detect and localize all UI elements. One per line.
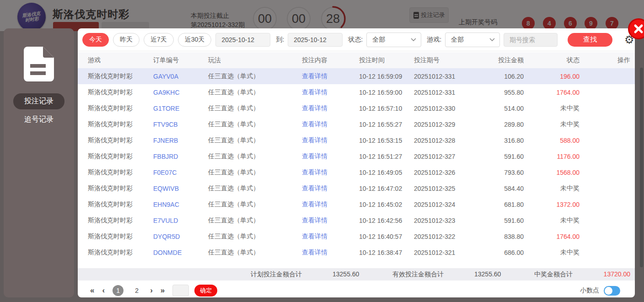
cell-status: 196.00	[524, 73, 580, 80]
page-jump-input[interactable]	[172, 285, 189, 297]
cell-period: 20251012-321	[414, 249, 480, 256]
cell-period: 20251012-329	[414, 121, 480, 128]
game-filter-label: 游戏:	[427, 36, 441, 44]
cell-time: 10-12 16:59:09	[359, 73, 414, 80]
period-search-input[interactable]	[504, 33, 558, 47]
range-7days-button[interactable]: 近7天	[144, 33, 174, 47]
cell-time: 10-12 16:59:00	[359, 89, 414, 96]
cell-game: 斯洛伐克时时彩	[88, 136, 153, 145]
decimal-toggle-switch[interactable]	[604, 286, 620, 296]
cell-time: 10-12 16:55:27	[359, 121, 414, 128]
date-to-input[interactable]: 2025-10-12	[288, 33, 343, 47]
range-30days-button[interactable]: 近30天	[178, 33, 212, 47]
sidebar-item-chase-records[interactable]: 追号记录	[13, 112, 64, 128]
cell-status: 未中奖	[524, 248, 580, 257]
record-row: 斯洛伐克时时彩 FBBJRD 任三直选（单式） 查看详情 10-12 16:51…	[78, 148, 635, 164]
cell-order-link[interactable]: DYQR5D	[153, 233, 208, 240]
filter-bar: 今天 昨天 近7天 近30天 2025-10-12 到: 2025-10-12 …	[78, 28, 635, 51]
page-jump-confirm-button[interactable]: 确定	[194, 285, 217, 297]
cell-order-link[interactable]: DONMDE	[153, 249, 208, 256]
cell-time: 10-12 16:49:05	[359, 169, 414, 176]
cell-view-detail-link[interactable]: 查看详情	[302, 88, 359, 97]
cell-play: 任三直选（单式）	[208, 120, 302, 129]
cell-order-link[interactable]: EHN9AC	[153, 201, 208, 208]
cell-play: 任三直选（单式）	[208, 248, 302, 257]
cell-play: 任三直选（单式）	[208, 184, 302, 193]
search-button[interactable]: 查找	[568, 33, 612, 47]
cell-order-link[interactable]: G1TORE	[153, 105, 208, 112]
pagination-bar: « ‹ 1 2 › » 确定 小数点	[78, 283, 635, 298]
last-page-button[interactable]: »	[161, 286, 165, 295]
cell-view-detail-link[interactable]: 查看详情	[302, 104, 359, 113]
cell-amount: 591.60	[480, 153, 524, 160]
cell-view-detail-link[interactable]: 查看详情	[302, 120, 359, 129]
cell-view-detail-link[interactable]: 查看详情	[302, 184, 359, 193]
cell-order-link[interactable]: E7VULD	[153, 217, 208, 224]
cell-play: 任三直选（单式）	[208, 104, 302, 113]
range-yesterday-button[interactable]: 昨天	[113, 33, 140, 47]
cell-period: 20251012-331	[414, 73, 480, 80]
prev-page-button[interactable]: ‹	[102, 286, 105, 295]
cell-status: 1372.00	[524, 201, 580, 208]
first-page-button[interactable]: «	[90, 286, 94, 295]
cell-view-detail-link[interactable]: 查看详情	[302, 232, 359, 241]
cell-view-detail-link[interactable]: 查看详情	[302, 136, 359, 145]
game-select-value: 全部	[451, 36, 464, 44]
cell-view-detail-link[interactable]: 查看详情	[302, 152, 359, 161]
cell-status: 1764.00	[524, 233, 580, 240]
cell-game: 斯洛伐克时时彩	[88, 120, 153, 129]
record-row: 斯洛伐克时时彩 GAYV0A 任三直选（单式） 查看详情 10-12 16:59…	[78, 68, 635, 84]
range-today-button[interactable]: 今天	[82, 33, 109, 47]
page-scrollbar[interactable]	[640, 68, 643, 267]
cell-amount: 316.80	[480, 137, 524, 144]
game-select[interactable]: 全部	[445, 32, 500, 47]
cell-view-detail-link[interactable]: 查看详情	[302, 72, 359, 81]
cell-status: 588.00	[524, 137, 580, 144]
summary-bar: 计划投注金额合计 13255.60 有效投注金额合计 13255.60 中奖金额…	[78, 268, 635, 280]
cell-time: 10-12 16:45:02	[359, 201, 414, 208]
cell-time: 10-12 16:40:57	[359, 233, 414, 240]
cell-order-link[interactable]: F0E07C	[153, 169, 208, 176]
cell-order-link[interactable]: EQWIVB	[153, 185, 208, 192]
cell-view-detail-link[interactable]: 查看详情	[302, 216, 359, 225]
cell-amount: 686.00	[480, 249, 524, 256]
chevron-down-icon	[489, 38, 495, 41]
cell-period: 20251012-326	[414, 169, 480, 176]
cell-play: 任三直选（单式）	[208, 136, 302, 145]
cell-order-link[interactable]: GA9KHC	[153, 89, 208, 96]
col-amount: 投注金额	[480, 56, 524, 65]
cell-play: 任三直选（单式）	[208, 232, 302, 241]
record-row: 斯洛伐克时时彩 GA9KHC 任三直选（单式） 查看详情 10-12 16:59…	[78, 84, 635, 100]
record-row: 斯洛伐克时时彩 EHN9AC 任三直选（单式） 查看详情 10-12 16:45…	[78, 196, 635, 212]
col-action: 操作	[580, 56, 630, 65]
page-2-button[interactable]: 2	[131, 287, 142, 294]
cell-period: 20251012-322	[414, 233, 480, 240]
records-table-header: 游戏 订单编号 玩法 投注内容 投注时间 投注期号 投注金额 状态 操作	[78, 52, 635, 68]
toggle-knob	[605, 287, 612, 295]
bet-records-modal: 今天 昨天 近7天 近30天 2025-10-12 到: 2025-10-12 …	[78, 28, 635, 297]
page-1-button[interactable]: 1	[113, 285, 123, 296]
record-row: 斯洛伐克时时彩 E7VULD 任三直选（单式） 查看详情 10-12 16:42…	[78, 212, 635, 228]
date-from-input[interactable]: 2025-10-12	[215, 33, 270, 47]
col-game: 游戏	[88, 56, 153, 65]
cell-order-link[interactable]: FTV9CB	[153, 121, 208, 128]
next-page-button[interactable]: ›	[150, 286, 153, 295]
close-icon	[633, 24, 644, 34]
sidebar-item-bet-records[interactable]: 投注记录	[13, 93, 64, 109]
col-content: 投注内容	[302, 56, 359, 65]
col-time: 投注时间	[359, 56, 414, 65]
cell-play: 任三直选（单式）	[208, 200, 302, 209]
status-select[interactable]: 全部	[366, 32, 421, 47]
cell-view-detail-link[interactable]: 查看详情	[302, 200, 359, 209]
record-row: 斯洛伐克时时彩 G1TORE 任三直选（单式） 查看详情 10-12 16:57…	[78, 100, 635, 116]
cell-time: 10-12 16:47:02	[359, 185, 414, 192]
cell-amount: 681.80	[480, 201, 524, 208]
cell-game: 斯洛伐克时时彩	[88, 232, 153, 241]
cell-amount: 793.60	[480, 169, 524, 176]
cell-order-link[interactable]: GAYV0A	[153, 73, 208, 80]
cell-order-link[interactable]: FJNERB	[153, 137, 208, 144]
record-row: 斯洛伐克时时彩 EQWIVB 任三直选（单式） 查看详情 10-12 16:47…	[78, 180, 635, 196]
cell-order-link[interactable]: FBBJRD	[153, 153, 208, 160]
cell-view-detail-link[interactable]: 查看详情	[302, 248, 359, 257]
cell-view-detail-link[interactable]: 查看详情	[302, 168, 359, 177]
